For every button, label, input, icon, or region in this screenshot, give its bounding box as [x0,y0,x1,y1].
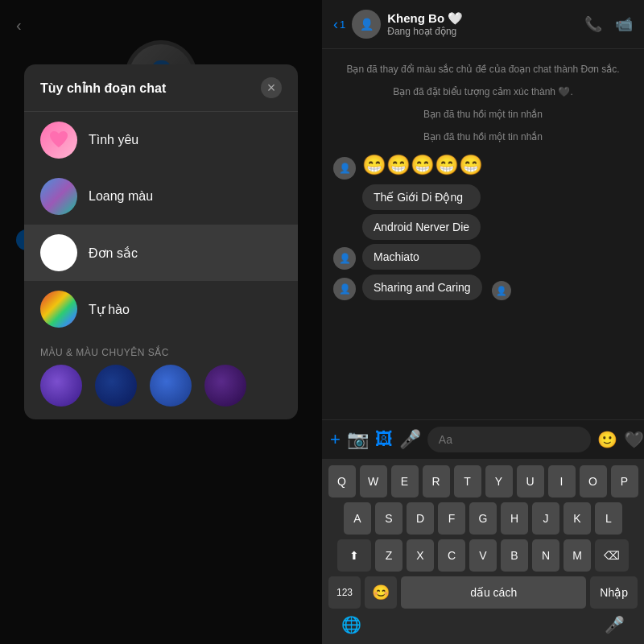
color-swatches [24,365,298,419]
modal-item-tinh-yeu[interactable]: Tình yêu [24,112,298,168]
heart-button[interactable]: 🖤 [624,430,644,449]
don-sac-label: Đơn sắc [89,246,138,261]
key-b[interactable]: B [501,539,528,572]
tuy-chinh-modal: Tùy chỉnh đoạn chat × Tình yêu Loang màu [24,64,298,419]
loang-mau-icon [40,178,77,215]
key-d[interactable]: D [407,502,434,535]
color-swatch-4[interactable] [204,365,246,407]
chat-header-heart: 🤍 [448,11,463,25]
chat-header-icons: 📞 📹 [584,15,633,33]
key-l[interactable]: L [595,502,622,535]
backspace-key[interactable]: ⌫ [595,539,629,572]
mau-section-label: MÀU & MÀU CHUYÊN SẮC [24,337,298,365]
chat-text-input[interactable] [427,427,591,452]
emoji-row: 😁😁😁😁😁 [362,151,483,180]
chat-input-area: + 📷 🖼 🎤 🙂 🖤 [322,419,644,459]
system-msg-1: Bạn đã thay đổi màu sắc chủ đề của đoạn … [333,64,633,75]
camera-icon[interactable]: 📷 [347,429,369,450]
image-icon[interactable]: 🖼 [375,429,393,450]
modal-overlay: Tùy chỉnh đoạn chat × Tình yêu Loang màu [0,0,322,644]
key-c[interactable]: C [438,539,465,572]
keyboard: Q W E R T Y U I O P A S D F G H J K L ⬆ … [322,459,644,644]
key-f[interactable]: F [438,502,465,535]
key-x[interactable]: X [407,539,434,572]
msg-bubble-machiato: Machiato [362,244,481,270]
don-sac-icon [40,234,77,271]
msg-row-emoji: 👤 😁😁😁😁😁 [333,151,633,180]
video-icon[interactable]: 📹 [615,15,633,33]
msg-bubble-sharing: Sharing and Caring [362,275,482,300]
modal-close-button[interactable]: × [261,77,282,98]
incoming-avatar-2: 👤 [333,278,356,300]
globe-icon[interactable]: 🌐 [341,615,361,634]
key-n[interactable]: N [532,539,559,572]
color-swatch-1[interactable] [40,365,82,407]
chat-user-info: Kheng Bo 🤍 Đang hoạt động [387,11,578,37]
tinh-yeu-label: Tình yêu [89,133,138,147]
chat-messages: Bạn đã thay đổi màu sắc chủ đề của đoạn … [322,49,644,419]
notification-badge: 1 [340,19,345,31]
enter-key[interactable]: Nhập [590,576,638,609]
emoji-key[interactable]: 😊 [365,576,397,609]
keyboard-mic-icon[interactable]: 🎤 [605,615,625,634]
key-h[interactable]: H [501,502,528,535]
system-msg-4: Bạn đã thu hồi một tin nhắn [333,131,633,142]
color-swatch-2[interactable] [95,365,137,407]
key-t[interactable]: T [454,465,481,497]
msg-row-bubbles-1: 👤 Thế Giới Di Động Android Nerver Die Ma… [333,184,633,270]
msg-bubble-android: Android Nerver Die [362,214,481,240]
keyboard-row-3: ⬆ Z X C V B N M ⌫ [325,539,641,572]
key-p[interactable]: P [611,465,638,497]
emoji-button[interactable]: 🙂 [597,430,617,449]
key-z[interactable]: Z [375,539,402,572]
space-key[interactable]: dấu cách [401,576,586,609]
msg-row-sharing: 👤 Sharing and Caring 👤 [333,275,633,300]
loang-mau-label: Loang màu [89,189,153,204]
key-w[interactable]: W [360,465,387,497]
tinh-yeu-icon [40,122,77,159]
key-g[interactable]: G [469,502,497,535]
chat-avatar: 👤 [352,10,381,39]
call-icon[interactable]: 📞 [584,15,602,33]
keyboard-bottom-icons: 🌐 🎤 [325,609,641,634]
key-v[interactable]: V [469,539,497,572]
key-o[interactable]: O [580,465,607,497]
keyboard-row-2: A S D F G H J K L [325,502,641,535]
modal-title: Tùy chỉnh đoạn chat [40,80,166,96]
key-r[interactable]: R [423,465,450,497]
key-q[interactable]: Q [328,465,356,497]
modal-header: Tùy chỉnh đoạn chat × [24,64,298,112]
mic-icon[interactable]: 🎤 [399,429,421,450]
num-key[interactable]: 123 [328,576,361,609]
key-y[interactable]: Y [485,465,513,497]
key-k[interactable]: K [564,502,591,535]
key-a[interactable]: A [344,502,371,535]
modal-item-loang-mau[interactable]: Loang màu [24,168,298,225]
key-i[interactable]: I [548,465,576,497]
msg-reaction-avatar: 👤 [492,281,511,300]
shift-key[interactable]: ⬆ [337,539,371,572]
back-button-chat[interactable]: ‹ 1 [333,16,345,33]
key-s[interactable]: S [375,502,402,535]
keyboard-row-bottom: 123 😊 dấu cách Nhập [325,576,641,609]
key-m[interactable]: M [564,539,591,572]
modal-item-don-sac[interactable]: Đơn sắc [24,225,298,281]
incoming-avatar-1: 👤 [333,247,356,270]
key-j[interactable]: J [532,502,559,535]
modal-item-tu-hao[interactable]: Tự hào [24,281,298,337]
incoming-avatar-emoji: 👤 [333,157,356,180]
chat-header: ‹ 1 👤 Kheng Bo 🤍 Đang hoạt động 📞 📹 [322,0,644,49]
tu-hao-label: Tự hào [89,302,130,317]
keyboard-row-1: Q W E R T Y U I O P [325,465,641,497]
msg-bubble-the-gioi: Thế Giới Di Động [362,184,481,210]
left-panel: ‹ 👤 Kheng Bo 🤍 f Trang cá nhân 🔔 Tắt thô… [0,0,322,644]
right-panel: ‹ 1 👤 Kheng Bo 🤍 Đang hoạt động 📞 📹 Bạn … [322,0,644,644]
key-e[interactable]: E [391,465,419,497]
plus-icon[interactable]: + [330,429,341,450]
chat-user-name: Kheng Bo 🤍 [387,11,578,26]
key-u[interactable]: U [517,465,544,497]
chat-user-status: Đang hoạt động [387,26,578,37]
system-msg-3: Bạn đã thu hồi một tin nhắn [333,109,633,120]
system-msg-2: Bạn đã đặt biểu tượng cảm xúc thành 🖤. [333,86,633,97]
color-swatch-3[interactable] [150,365,192,407]
